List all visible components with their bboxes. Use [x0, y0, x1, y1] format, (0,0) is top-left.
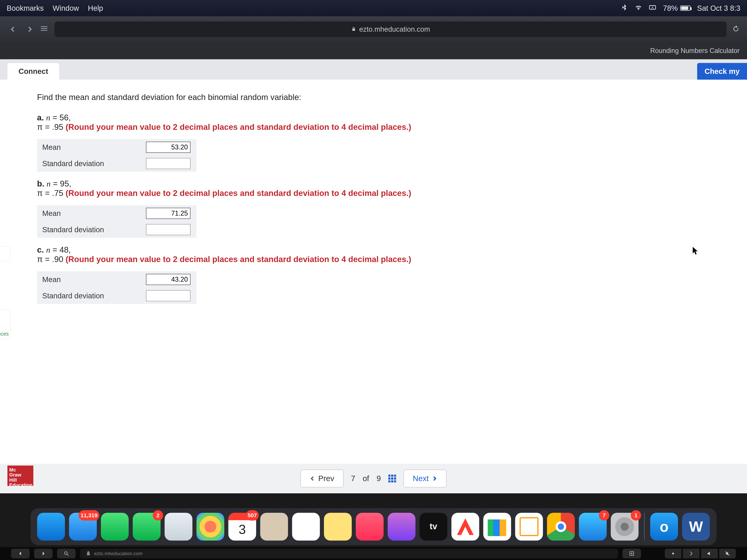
bookmark-rounding-calculator[interactable]: Rounding Numbers Calculator — [650, 47, 740, 55]
lock-icon — [351, 25, 356, 33]
part-b-mean-input[interactable] — [146, 208, 190, 219]
question-pager: Prev 7 of 9 Next — [0, 464, 747, 494]
battery-percent: 78% — [663, 4, 678, 12]
pager-of: of — [363, 474, 369, 483]
dock-photos[interactable] — [197, 513, 224, 540]
pager-total: 9 — [377, 474, 381, 483]
check-my-work-button[interactable]: Check my — [697, 63, 747, 80]
macos-menubar: Bookmarks Window Help A 78% Sat Oct 3 8:… — [0, 0, 747, 16]
touch-bar: ezto.mheducation.com — [0, 547, 747, 560]
dock-podcasts[interactable] — [388, 513, 416, 540]
dock-facetime[interactable] — [101, 513, 129, 540]
tb-forward[interactable] — [34, 549, 53, 558]
prev-button[interactable]: Prev — [301, 470, 343, 487]
reload-button[interactable] — [732, 25, 740, 33]
part-b-table: Mean Standard deviation — [37, 205, 197, 238]
tb-expand-icon[interactable] — [683, 549, 700, 558]
tab-connect[interactable]: Connect — [7, 63, 59, 80]
sysprefs-badge: 1 — [631, 510, 641, 521]
svg-text:A: A — [651, 6, 654, 9]
part-a: a. n = 56, π = .95 (Round your mean valu… — [37, 113, 730, 172]
part-c: c. n = 48, π = .90 (Round your mean valu… — [37, 245, 730, 304]
dock-reminders[interactable] — [292, 513, 320, 540]
svg-line-3 — [67, 554, 69, 556]
label-mean: Mean — [37, 139, 141, 155]
url-text: ezto.mheducation.com — [359, 25, 430, 33]
dock-finder[interactable] — [37, 513, 65, 540]
part-b-instruction: (Round your mean value to 2 decimal plac… — [66, 188, 411, 197]
tb-search-icon[interactable] — [57, 549, 76, 558]
part-a-params: a. n = 56, π = .95 (Round your mean valu… — [37, 113, 730, 132]
messages-badge: 2 — [153, 510, 163, 521]
side-tab-1[interactable] — [0, 246, 10, 261]
dock-separator — [644, 513, 645, 540]
part-a-table: Mean Standard deviation — [37, 139, 197, 172]
part-b-sd-input[interactable] — [146, 224, 190, 235]
dock-notes[interactable] — [324, 513, 352, 540]
web-page: Connect Check my nces Find the mean and … — [0, 59, 747, 494]
tv-label: tv — [420, 521, 447, 531]
bookmarks-bar: Rounding Numbers Calculator — [0, 42, 747, 59]
dock-outlook[interactable]: o — [650, 513, 678, 540]
dock-tv[interactable]: tv — [420, 513, 447, 540]
menu-help[interactable]: Help — [88, 4, 103, 12]
question-sheet: nces Find the mean and standard deviatio… — [0, 80, 747, 464]
bluetooth-icon[interactable] — [621, 4, 628, 13]
side-tab-label: nces — [0, 331, 9, 337]
battery-icon — [680, 5, 691, 11]
part-a-mean-input[interactable] — [146, 142, 190, 153]
menu-window[interactable]: Window — [53, 4, 79, 12]
dock-appstore[interactable]: 7 — [579, 513, 607, 540]
dock-system-preferences[interactable]: 1 — [611, 513, 639, 540]
part-c-params: c. n = 48, π = .90 (Round your mean valu… — [37, 245, 730, 264]
question-prompt: Find the mean and standard deviation for… — [37, 92, 730, 102]
tb-url-text: ezto.mheducation.com — [94, 551, 143, 557]
page-tabstrip: Connect Check my — [0, 59, 747, 80]
dock-calendar[interactable]: 3507 — [228, 513, 256, 540]
macos-dock: 11,319 2 3507 tv 7 1 o W — [31, 508, 717, 545]
appstore-badge: 7 — [599, 510, 609, 521]
pager-current: 7 — [351, 474, 355, 483]
wifi-icon[interactable] — [635, 4, 642, 13]
next-button[interactable]: Next — [404, 470, 446, 487]
dock-numbers[interactable] — [483, 513, 511, 540]
tb-mute-icon[interactable] — [719, 549, 736, 558]
dock-maps[interactable] — [165, 513, 192, 540]
safari-toolbar: ezto.mheducation.com — [0, 16, 747, 42]
question-grid-icon[interactable] — [388, 475, 396, 482]
part-c-table: Mean Standard deviation — [37, 271, 197, 304]
calendar-day: 3 — [228, 522, 256, 537]
back-button[interactable] — [7, 22, 19, 37]
dock-music[interactable] — [356, 513, 384, 540]
calendar-badge: 507 — [246, 510, 259, 521]
part-a-sd-input[interactable] — [146, 158, 190, 169]
chevron-right-icon — [432, 476, 437, 481]
part-c-sd-input[interactable] — [146, 290, 190, 301]
tb-control-strip — [665, 549, 736, 558]
tb-newtab[interactable] — [622, 549, 641, 558]
menubar-datetime[interactable]: Sat Oct 3 8:3 — [697, 4, 740, 12]
outlook-letter: o — [650, 513, 678, 540]
tb-volume-icon[interactable] — [701, 549, 718, 558]
mail-badge: 11,319 — [79, 510, 100, 521]
dock-contacts[interactable] — [260, 513, 288, 540]
sidebar-toggle-icon[interactable] — [41, 25, 49, 33]
tb-back[interactable] — [11, 549, 30, 558]
battery-status[interactable]: 78% — [663, 4, 690, 12]
keyboard-input-icon[interactable]: A — [649, 4, 656, 13]
forward-button[interactable] — [24, 22, 35, 37]
tb-brightness-icon[interactable] — [665, 549, 681, 558]
dock-pages[interactable] — [515, 513, 543, 540]
address-bar[interactable]: ezto.mheducation.com — [54, 22, 727, 37]
dock-chrome[interactable] — [547, 513, 575, 540]
tb-url[interactable]: ezto.mheducation.com — [80, 549, 618, 558]
dock-news[interactable] — [452, 513, 479, 540]
dock-mail[interactable]: 11,319 — [69, 513, 97, 540]
side-tab-references[interactable]: nces — [0, 309, 10, 339]
svg-point-7 — [672, 553, 674, 555]
dock-messages[interactable]: 2 — [133, 513, 161, 540]
dock-word[interactable]: W — [682, 513, 710, 540]
part-a-instruction: (Round your mean value to 2 decimal plac… — [66, 123, 411, 132]
part-c-mean-input[interactable] — [146, 274, 190, 285]
menu-bookmarks[interactable]: Bookmarks — [7, 4, 44, 12]
